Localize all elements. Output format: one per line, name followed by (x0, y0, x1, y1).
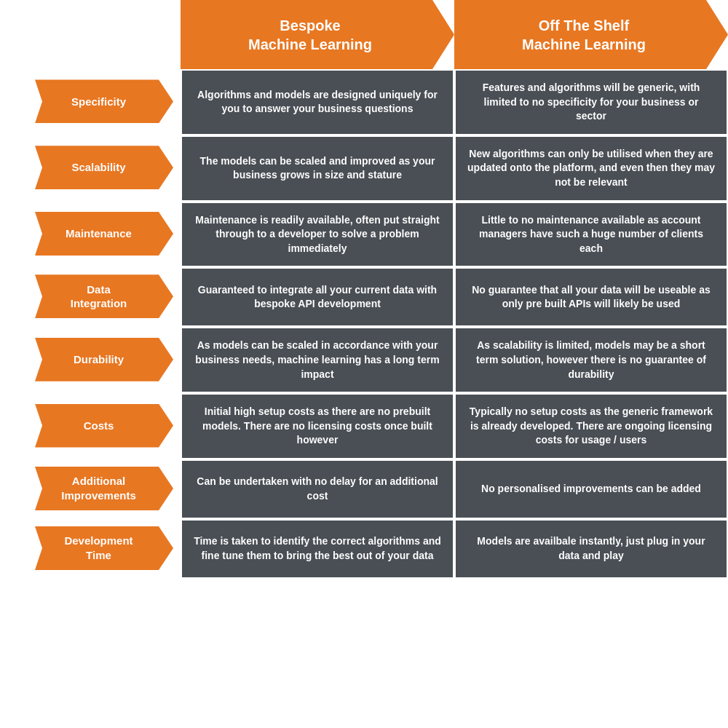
offshelf-cell-specificity: Features and algorithms will be generic,… (454, 69, 728, 135)
bespoke-cell-costs: Initial high setup costs as there are no… (181, 393, 454, 459)
offshelf-cell-costs: Typically no setup costs as the generic … (454, 393, 728, 459)
row-label-durability: Durability (0, 327, 181, 393)
offshelf-cell-additional: No personalised improvements can be adde… (454, 459, 728, 519)
label-arrow-data-integration: Data Integration (35, 274, 173, 318)
offshelf-cell-data-integration: No guarantee that all your data will be … (454, 267, 728, 327)
bespoke-cell-development: Time is taken to identify the correct al… (181, 519, 454, 579)
label-arrow-specificity: Specificity (35, 79, 173, 123)
header-offshelf: Off The Shelf Machine Learning (454, 0, 728, 69)
rows-container: SpecificityAlgorithms and models are des… (0, 69, 728, 579)
row-label-development: Development Time (0, 519, 181, 579)
label-arrow-durability: Durability (35, 338, 173, 381)
label-arrow-costs: Costs (35, 404, 173, 448)
row-label-data-integration: Data Integration (0, 267, 181, 327)
row-label-additional: Additional Improvements (0, 459, 181, 519)
label-arrow-development: Development Time (35, 526, 173, 570)
header-empty-cell (0, 0, 181, 69)
bespoke-cell-scalability: The models can be scaled and improved as… (181, 135, 454, 202)
label-arrow-maintenance: Maintenance (35, 212, 173, 256)
bespoke-cell-data-integration: Guaranteed to integrate all your current… (181, 267, 454, 327)
header-bespoke-label: Bespoke Machine Learning (248, 16, 372, 54)
row-label-scalability: Scalability (0, 135, 181, 202)
row-label-maintenance: Maintenance (0, 202, 181, 268)
comparison-table: Bespoke Machine Learning Off The Shelf M… (0, 0, 728, 69)
offshelf-cell-maintenance: Little to no maintenance available as ac… (454, 202, 728, 268)
offshelf-cell-durability: As scalability is limited, models may be… (454, 327, 728, 393)
offshelf-cell-scalability: New algorithms can only be utilised when… (454, 135, 728, 202)
label-arrow-scalability: Scalability (35, 146, 173, 189)
header-offshelf-label: Off The Shelf Machine Learning (522, 16, 646, 54)
bespoke-cell-durability: As models can be scaled in accordance wi… (181, 327, 454, 393)
row-label-costs: Costs (0, 393, 181, 459)
bespoke-cell-specificity: Algorithms and models are designed uniqu… (181, 69, 454, 135)
row-label-specificity: Specificity (0, 69, 181, 135)
label-arrow-additional: Additional Improvements (35, 467, 173, 510)
header-bespoke: Bespoke Machine Learning (181, 0, 454, 69)
bespoke-cell-maintenance: Maintenance is readily available, often … (181, 202, 454, 268)
bespoke-cell-additional: Can be undertaken with no delay for an a… (181, 459, 454, 519)
offshelf-cell-development: Models are availbale instantly, just plu… (454, 519, 728, 579)
